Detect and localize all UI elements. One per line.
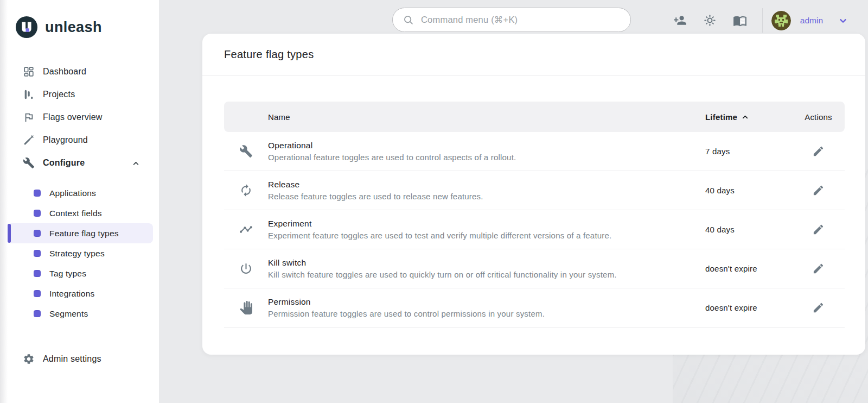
bullet-icon [34,270,41,277]
sidebar-item-flags-overview[interactable]: Flags overview [0,106,159,129]
sidebar-item-label: Dashboard [43,67,86,77]
sidebar-item-label: Integrations [49,289,94,299]
flag-type-name: Permission [268,295,705,308]
flag-type-description: Operational feature toggles are used to … [268,152,705,163]
sidebar-item-label: Applications [49,188,96,198]
wrench-icon [239,144,253,158]
table-row: Experiment Experiment feature toggles ar… [224,210,845,249]
search-icon [403,14,414,26]
flag-type-lifetime: 40 days [705,225,792,234]
flag-type-name: Experiment [268,217,705,230]
wrench-icon [23,157,35,169]
sun-icon [703,14,717,27]
edit-button[interactable] [809,299,828,317]
sidebar: unleash Dashboard [0,0,159,403]
edit-pencil-icon [812,262,825,275]
actions-column-header: Actions [792,112,845,122]
invite-user-button[interactable] [670,10,691,31]
table-header-row: Name Lifetime Actions [224,102,845,132]
documentation-button[interactable] [730,10,750,31]
sidebar-item-segments[interactable]: Segments [8,304,153,324]
flag-type-lifetime: doesn't expire [705,264,792,273]
hand-icon [239,301,253,314]
person-add-icon [673,14,687,27]
page-title: Feature flag types [224,48,314,61]
power-icon [239,262,253,275]
sidebar-item-label: Tag types [49,269,86,279]
name-column-header: Name [268,112,705,122]
edit-pencil-icon [812,184,825,197]
flag-type-lifetime: 7 days [705,147,792,156]
sidebar-item-label: Flags overview [43,112,103,122]
card-header: Feature flag types [202,34,865,76]
username: admin [800,16,823,26]
sidebar-item-dashboard[interactable]: Dashboard [0,60,159,83]
edit-button[interactable] [809,181,828,200]
sidebar-item-label: Playground [43,135,88,145]
chart-icon [239,223,253,236]
unleash-logo[interactable]: unleash [0,0,159,39]
app-window: unleash Dashboard [0,0,868,403]
table-row: Release Release feature toggles are used… [224,171,845,210]
chevron-down-icon [838,15,848,26]
unleash-logo-icon [15,16,38,39]
dashboard-icon [23,66,35,78]
sort-asc-icon [741,113,749,121]
sidebar-item-configure[interactable]: Configure [0,152,159,174]
user-menu-button[interactable]: admin [771,11,848,30]
edit-button[interactable] [809,142,828,161]
bullet-icon [34,310,41,317]
sidebar-item-admin-settings[interactable]: Admin settings [0,348,159,370]
flag-types-table: Name Lifetime Actions Operational [224,102,845,328]
flag-type-name: Release [268,178,705,191]
sidebar-item-playground[interactable]: Playground [0,129,159,152]
wand-icon [23,134,35,146]
edit-button[interactable] [809,260,828,278]
sidebar-item-label: Segments [49,309,88,319]
topbar-divider [762,8,763,33]
sidebar-item-feature-flag-types[interactable]: Feature flag types [8,223,153,243]
chevron-up-icon[interactable] [131,159,141,168]
sidebar-item-context-fields[interactable]: Context fields [8,203,153,223]
flag-type-lifetime: doesn't expire [705,303,792,312]
gear-icon [23,353,35,365]
sidebar-item-label: Configure [43,158,85,168]
search-input[interactable] [421,15,621,25]
flag-type-description: Experiment feature toggles are used to t… [268,230,705,242]
table-body: Operational Operational feature toggles … [224,132,845,328]
sidebar-item-integrations[interactable]: Integrations [8,284,153,304]
flag-type-lifetime: 40 days [705,186,792,195]
lifetime-column-header[interactable]: Lifetime [705,112,792,122]
flag-type-description: Kill switch feature toggles are used to … [268,269,705,281]
bullet-icon [34,250,41,257]
brand-name: unleash [45,19,102,36]
flag-type-description: Release feature toggles are used to rele… [268,191,705,203]
sidebar-item-projects[interactable]: Projects [0,83,159,106]
bullet-icon [34,230,41,237]
bullet-icon [34,190,41,197]
table-row: Operational Operational feature toggles … [224,132,845,171]
edit-button[interactable] [809,221,828,239]
main-area: admin Feature flag types Name [159,0,868,403]
table-row: Kill switch Kill switch feature toggles … [224,249,845,288]
configure-subnav: Applications Context fields Feature flag… [0,183,159,324]
lifetime-header-label: Lifetime [705,112,737,122]
refresh-icon [239,184,253,197]
bullet-icon [34,210,41,217]
sidebar-item-label: Feature flag types [49,229,119,238]
avatar [771,11,791,30]
sidebar-item-label: Admin settings [43,354,101,364]
sidebar-item-applications[interactable]: Applications [8,183,153,203]
sidebar-item-tag-types[interactable]: Tag types [8,263,153,284]
table-row: Permission Permission feature toggles ar… [224,288,845,328]
sidebar-item-strategy-types[interactable]: Strategy types [8,243,153,263]
theme-toggle-button[interactable] [700,10,720,31]
command-menu-search[interactable] [392,8,631,32]
edit-pencil-icon [812,145,825,158]
edit-pencil-icon [812,301,825,314]
main-nav: Dashboard Projects Flags [0,60,159,174]
flag-type-name: Operational [268,139,705,152]
edit-pencil-icon [812,223,825,236]
flag-type-name: Kill switch [268,256,705,269]
sidebar-item-label: Projects [43,90,75,99]
